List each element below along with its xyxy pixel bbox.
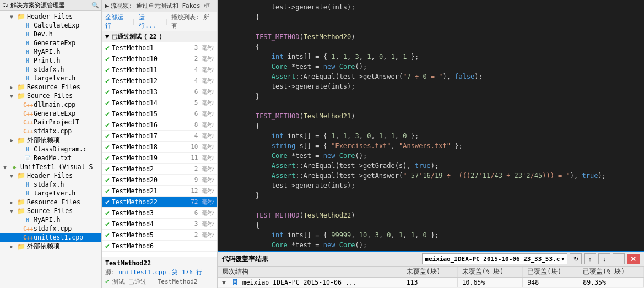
coverage-row[interactable]: ▼ 🗄 meixiao_IDEA-PC 2015-10-06 ... 113 1… — [218, 278, 644, 288]
test-pass-indicator: ✔ — [105, 77, 110, 85]
tree-item-targetver-h-1[interactable]: Htargetver.h — [0, 74, 101, 83]
folder-icon: 📁 — [17, 172, 25, 180]
test-item[interactable]: ✔ TestMethod18 10 毫秒 — [102, 142, 217, 153]
test-pass-indicator: ✔ — [105, 99, 110, 107]
test-item[interactable]: ✔ TestMethod13 6 毫秒 — [102, 86, 217, 97]
test-item[interactable]: ✔ TestMethod5 2 毫秒 — [102, 230, 217, 241]
coverage-panel: 代码覆盖率结果 meixiao_IDEA-PC 2015-10-06 23_33… — [218, 251, 644, 288]
coverage-refresh-button[interactable]: ↻ — [570, 253, 582, 264]
tree-item-label: Header Files — [27, 13, 73, 20]
test-item[interactable]: ✔ TestMethod11 4 毫秒 — [102, 64, 217, 75]
file-icon: C++ — [23, 235, 32, 241]
tree-item-pairproject[interactable]: C++PairProjectT — [0, 118, 101, 127]
file-icon: H — [23, 217, 32, 223]
code-line — [218, 101, 644, 111]
test-item[interactable]: ✔ TestMethod6 — [102, 241, 217, 252]
tree-item-source-files-1[interactable]: ▼📁Source Files — [0, 91, 101, 100]
line-content: int ints[] = { 1, 1, 3, 1, 0, 1, 1 }; — [237, 52, 644, 62]
test-item[interactable]: ✔ TestMethod17 4 毫秒 — [102, 131, 217, 142]
folder-icon: 📁 — [17, 92, 25, 100]
tree-item-label: CalculateExp — [34, 21, 79, 29]
tree-item-dev-h[interactable]: HDev.h — [0, 30, 101, 39]
tree-item-unittest1[interactable]: ▼◆UnitTest1 (Visual S — [0, 162, 101, 171]
run-all-button[interactable]: 全部运行 — [105, 13, 129, 30]
test-item[interactable]: ✔ TestMethod3 6 毫秒 — [102, 208, 217, 219]
test-toolbar: 全部运行 | 运行... | 播放列表: 所有 — [102, 12, 217, 31]
search-icon[interactable]: 🔍 — [91, 2, 99, 9]
tree-item-label: targetver.h — [34, 189, 75, 197]
coverage-export-button[interactable]: ≡ — [613, 253, 625, 264]
line-number — [218, 62, 237, 72]
tree-item-calculateexp-h[interactable]: HCalculateExp — [0, 21, 101, 30]
test-pass-indicator: ✔ — [105, 220, 110, 228]
test-item[interactable]: ✔ TestMethod4 3 毫秒 — [102, 219, 217, 230]
tree-item-generateexp-h[interactable]: HGenerateExp — [0, 39, 101, 47]
passed-section-arrow[interactable]: ▼ — [105, 33, 109, 40]
covered-blocks-cell: 948 — [523, 278, 578, 288]
test-method-name: TestMethod5 — [112, 231, 192, 239]
tree-item-source-files-2[interactable]: ▼📁Source Files — [0, 207, 101, 215]
tree-item-targetver-h-2[interactable]: Htargetver.h — [0, 189, 101, 198]
coverage-close-button[interactable]: ✕ — [627, 254, 640, 264]
tree-item-header-files-2[interactable]: ▼📁Header Files — [0, 171, 101, 180]
tree-item-generateexp-cpp[interactable]: C++GenerateExp — [0, 109, 101, 118]
test-item[interactable]: ✔ TestMethod10 2 毫秒 — [102, 53, 217, 64]
tree-item-resource-files-1[interactable]: ▶📁Resource Files — [0, 83, 101, 91]
coverage-session-dropdown[interactable]: meixiao_IDEA-PC 2015-10-06 23_33_53.c ▾ — [422, 253, 567, 264]
folder-icon: 📁 — [17, 243, 25, 251]
line-number — [218, 22, 237, 32]
test-pass-indicator: ✔ — [105, 44, 110, 52]
test-duration: 2 毫秒 — [194, 55, 214, 63]
test-item[interactable]: ✔ TestMethod20 9 毫秒 — [102, 175, 217, 186]
test-item[interactable]: ✔ TestMethod14 5 毫秒 — [102, 97, 217, 108]
tree-item-resource-files-2[interactable]: ▶📁Resource Files — [0, 198, 101, 207]
tree-item-stdafx-cpp-1[interactable]: C++stdafx.cpp — [0, 127, 101, 135]
test-item[interactable]: ✔ TestMethod1 3 毫秒 — [102, 42, 217, 53]
tree-item-print-h[interactable]: HPrint.h — [0, 56, 101, 65]
line-number — [218, 220, 237, 230]
line-content: { — [237, 220, 644, 230]
test-item[interactable]: ✔ TestMethod22 72 毫秒 — [102, 197, 217, 208]
file-icon: C++ — [23, 111, 32, 117]
tree-item-stdafx-h-2[interactable]: Hstdafx.h — [0, 180, 101, 189]
coverage-prev-button[interactable]: ↑ — [584, 253, 596, 264]
tree-item-external-deps[interactable]: ▶📁外部依赖项 — [0, 135, 101, 145]
tree-item-dllmain-cpp[interactable]: C++dllmain.cpp — [0, 100, 101, 109]
line-number — [218, 101, 237, 111]
expand-arrow[interactable]: ▼ — [222, 279, 226, 286]
code-editor[interactable]: test->generate(ints); } TEST_METHOD(Test… — [218, 0, 644, 251]
tree-item-myapi-h[interactable]: HMyAPI.h — [0, 47, 101, 56]
tree-item-stdafx-cpp-2[interactable]: C++stdafx.cpp — [0, 224, 101, 233]
test-item[interactable]: ✔ TestMethod2 2 毫秒 — [102, 164, 217, 175]
tree-item-stdafx-h-1[interactable]: Hstdafx.h — [0, 65, 101, 74]
tree-item-myapi-h-2[interactable]: HMyAPI.h — [0, 215, 101, 224]
tree-item-label: Dev.h — [34, 30, 53, 38]
folder-icon: 📁 — [17, 137, 25, 144]
run-button[interactable]: 运行... — [139, 13, 161, 30]
code-line: { — [218, 42, 644, 52]
file-icon: H — [23, 67, 32, 73]
line-content: TEST_METHOD(TestMethod20) — [237, 32, 644, 42]
test-item[interactable]: ✔ TestMethod12 4 毫秒 — [102, 75, 217, 86]
coverage-col-header: 未覆盖(% 块) — [457, 267, 523, 278]
line-content: int ints[] = { 1, 1, 3, 0, 1, 1, 0 }; — [237, 131, 644, 141]
code-line: Core *test = new Core(); — [218, 151, 644, 161]
line-content: Assert::AreEqual(test->getGrade(s), true… — [237, 161, 644, 171]
test-item[interactable]: ✔ TestMethod16 8 毫秒 — [102, 119, 217, 131]
test-item[interactable]: ✔ TestMethod15 6 毫秒 — [102, 108, 217, 119]
code-line: } — [218, 12, 644, 22]
playlist-label: 播放列表: 所有 — [171, 13, 214, 30]
test-duration: 8 毫秒 — [194, 121, 214, 129]
tree-item-classdiagram[interactable]: HClassDiagram.c — [0, 145, 101, 154]
coverage-next-button[interactable]: ↓ — [598, 253, 610, 264]
line-content: Assert::AreEqual(test->getAnswer("7 ÷ 0 … — [237, 72, 644, 81]
tree-item-external-deps-2[interactable]: ▶📁外部依赖项 — [0, 242, 101, 251]
tree-item-header-files-1[interactable]: ▼📁Header Files — [0, 12, 101, 21]
file-icon: 📄 — [23, 155, 32, 161]
tree-item-readme[interactable]: 📄ReadMe.txt — [0, 154, 101, 162]
test-item[interactable]: ✔ TestMethod19 11 毫秒 — [102, 153, 217, 164]
test-item[interactable]: ✔ TestMethod21 12 毫秒 — [102, 186, 217, 197]
test-method-name: TestMethod6 — [112, 242, 212, 250]
line-content — [237, 200, 644, 210]
tree-item-unittest1-cpp[interactable]: C++unittest1.cpp — [0, 233, 101, 242]
